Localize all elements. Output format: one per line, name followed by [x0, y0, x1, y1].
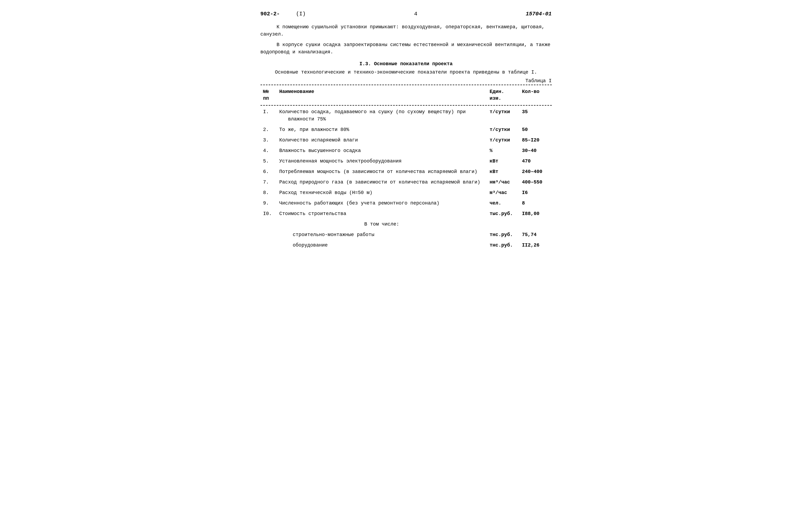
row-unit: кВт: [487, 156, 520, 167]
row-num: 8.: [260, 188, 277, 198]
row-num: I.: [260, 107, 277, 125]
col-header-qty: Кол-во: [520, 86, 552, 104]
section-subtitle: Основные технологические и технико-эконо…: [260, 69, 552, 76]
table-row: оборудование тнс.руб. II2,26: [260, 240, 552, 250]
row-unit: нм³/час: [487, 177, 520, 188]
row-qty: 470: [520, 156, 552, 167]
row-unit: [487, 219, 520, 230]
col-header-num: №№пп: [260, 86, 277, 104]
row-qty: 240–400: [520, 167, 552, 177]
row-unit: т/сутки: [487, 107, 520, 125]
row-unit: кВт: [487, 167, 520, 177]
row-qty: 50: [520, 125, 552, 135]
paragraph-1: К помещению сушильной установки примыкаю…: [260, 24, 552, 38]
row-qty: 30–40: [520, 145, 552, 156]
table-row: 6. Потребляемая мощность (в зависимости …: [260, 167, 552, 177]
row-name: Стоимость строительства: [277, 209, 487, 219]
row-unit: т/сутки: [487, 125, 520, 135]
row-num: [260, 230, 277, 240]
paragraph-2: В корпусе сушки осадка запроектированы с…: [260, 41, 552, 56]
row-qty: II2,26: [520, 240, 552, 250]
row-name: Количество осадка, подаваемого на сушку …: [277, 107, 487, 125]
row-unit: чел.: [487, 198, 520, 209]
row-qty: I6: [520, 188, 552, 198]
row-unit: тнс.руб.: [487, 230, 520, 240]
row-name: оборудование: [277, 240, 487, 250]
page-type: (I): [296, 11, 306, 17]
page-number: 4: [414, 11, 417, 17]
row-unit: т/сутки: [487, 135, 520, 145]
table-row: 3. Количество испаряемой влаги т/сутки 8…: [260, 135, 552, 145]
row-num: 5.: [260, 156, 277, 167]
page-header: 902-2- (I) 4 15704-01: [260, 11, 552, 17]
row-name: Количество испаряемой влаги: [277, 135, 487, 145]
row-num: 7.: [260, 177, 277, 188]
section-title: I.3. Основные показатели проекта: [260, 61, 552, 67]
row-name: Установленная мощность электрооборудован…: [277, 156, 487, 167]
row-qty: 35: [520, 107, 552, 125]
row-num: I0.: [260, 209, 277, 219]
col-header-unit: Един.изм.: [487, 86, 520, 104]
table-body: I. Количество осадка, подаваемого на суш…: [260, 107, 552, 250]
row-qty: 75,74: [520, 230, 552, 240]
row-name: Расход природного газа (в зависимости от…: [277, 177, 487, 188]
row-num: 4.: [260, 145, 277, 156]
table-label: Таблица I: [260, 78, 552, 83]
table-row: 2. То же, при влажности 80% т/сутки 50: [260, 125, 552, 135]
table-top-border: [260, 84, 552, 85]
row-qty: I88,00: [520, 209, 552, 219]
table-row: I0. Стоимость строительства тыс.руб. I88…: [260, 209, 552, 219]
table-row: 5. Установленная мощность электрооборудо…: [260, 156, 552, 167]
row-qty: [520, 219, 552, 230]
row-num: 2.: [260, 125, 277, 135]
row-name: Потребляемая мощность (в зависимости от …: [277, 167, 487, 177]
row-unit: тнс.руб.: [487, 240, 520, 250]
row-num: [260, 240, 277, 250]
row-unit: %: [487, 145, 520, 156]
row-qty: 8: [520, 198, 552, 209]
table-row: В том числе:: [260, 219, 552, 230]
table-row: 9. Численность работающих (без учета рем…: [260, 198, 552, 209]
row-qty: 400–550: [520, 177, 552, 188]
table-row: строительно-монтажные работы тнс.руб. 75…: [260, 230, 552, 240]
col-header-name: Наименование: [277, 86, 487, 104]
row-unit: м³/час: [487, 188, 520, 198]
table-header: №№пп Наименование Един.изм. Кол-во: [260, 86, 552, 104]
table-row: 8. Расход технической воды (Н=50 м) м³/ч…: [260, 188, 552, 198]
row-name: То же, при влажности 80%: [277, 125, 487, 135]
row-unit: тыс.руб.: [487, 209, 520, 219]
drawing-number: 15704-01: [526, 11, 552, 17]
row-num: 6.: [260, 167, 277, 177]
row-name: Расход технической воды (Н=50 м): [277, 188, 487, 198]
table-row: I. Количество осадка, подаваемого на суш…: [260, 107, 552, 125]
header-left: 902-2- (I): [260, 11, 306, 17]
row-num: 3.: [260, 135, 277, 145]
row-name: строительно-монтажные работы: [277, 230, 487, 240]
row-num: [260, 219, 277, 230]
document-number: 902-2-: [260, 11, 280, 17]
table-row: 4. Влажность высушенного осадка % 30–40: [260, 145, 552, 156]
table-row: 7. Расход природного газа (в зависимости…: [260, 177, 552, 188]
row-name: Численность работающих (без учета ремонт…: [277, 198, 487, 209]
row-qty: 85–I20: [520, 135, 552, 145]
main-table: №№пп Наименование Един.изм. Кол-во: [260, 86, 552, 104]
row-name: В том числе:: [277, 219, 487, 230]
table-header-bottom-border: [260, 105, 552, 106]
row-num: 9.: [260, 198, 277, 209]
row-name: Влажность высушенного осадка: [277, 145, 487, 156]
